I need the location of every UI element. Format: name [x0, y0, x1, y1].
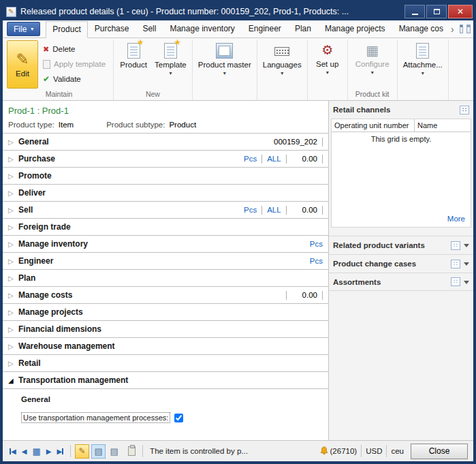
caret-down-icon: ▾ [326, 70, 329, 76]
delete-button[interactable]: ✖ Delete [41, 42, 111, 56]
chevron-down-icon[interactable] [464, 262, 469, 268]
tab-sell[interactable]: Sell [136, 20, 163, 37]
validate-button[interactable]: ✔ Validate [41, 72, 111, 86]
list-view-toggle[interactable]: ▤ [107, 444, 121, 459]
tab-plan[interactable]: Plan [288, 20, 318, 37]
factbox-menu-icon[interactable]: ∷ [451, 277, 460, 286]
content-pane: Prod-1 : Prod-1 Product type: Item Produ… [3, 101, 329, 440]
set-up-button[interactable]: ⚙ Set up ▾ [310, 40, 345, 76]
group-label-new: New [116, 90, 190, 99]
status-bar: ◀ ◀ ▦ ▶ ▶ ✎ ▤ ▤ The item is controlled b… [3, 440, 473, 461]
fasttab-label: Engineer [18, 256, 53, 266]
fasttab-promote[interactable]: ▷Promote [3, 168, 328, 185]
fasttab-plan[interactable]: ▷Plan [3, 270, 328, 287]
alerts-count[interactable]: (26710) [330, 447, 358, 455]
summary-link[interactable]: ALL [267, 206, 281, 214]
product-button[interactable]: Product [116, 40, 151, 69]
grid-empty-message: This grid is empty. [332, 132, 471, 144]
last-record-button[interactable]: ▶ [54, 448, 66, 455]
tab-manage-inventory[interactable]: Manage inventory [163, 20, 241, 37]
factbox-menu-icon[interactable]: ∷ [451, 260, 460, 268]
tab-manage-projects[interactable]: Manage projects [318, 20, 392, 37]
window-layout-icon[interactable] [460, 25, 464, 33]
more-link[interactable]: More [447, 215, 465, 223]
fasttab-label: Transportation management [18, 375, 128, 385]
fasttab-financial-dimensions[interactable]: ▷Financial dimensions [3, 321, 328, 338]
factbox-related-product-variants[interactable]: Related product variants∷ [329, 236, 473, 254]
summary-link[interactable]: ALL [267, 155, 281, 163]
caret-down-icon: ▾ [371, 70, 374, 76]
more-row: More [332, 213, 471, 227]
set-up-label: Set up [316, 60, 338, 68]
fasttab-general[interactable]: ▷General000159_202 [3, 134, 328, 151]
attachments-button[interactable]: Attachme... ▾ [400, 40, 446, 76]
previous-record-button[interactable]: ◀ [19, 448, 30, 455]
product-type-label: Product type: [8, 121, 54, 129]
edit-mode-button[interactable]: ✎ [75, 444, 89, 459]
template-button[interactable]: Template ▾ [151, 40, 190, 76]
file-menu-button[interactable]: File ▾ [7, 22, 40, 36]
transport-checkbox[interactable] [174, 414, 183, 422]
field-divider [322, 155, 323, 164]
summary-link[interactable]: Pcs [310, 240, 323, 248]
summary-value: 0.00 [302, 206, 317, 214]
summary-link[interactable]: Pcs [244, 206, 257, 214]
configure-button[interactable]: ▦ Configure ▾ [350, 40, 395, 76]
fasttab-label: Manage projects [18, 307, 83, 317]
fasttab-engineer[interactable]: ▷EngineerPcs [3, 253, 328, 270]
maximize-button[interactable] [426, 5, 447, 18]
column-header-operating-unit-number[interactable]: Operating unit number [332, 119, 415, 132]
fasttab-label: Manage costs [18, 290, 72, 300]
close-window-button[interactable]: ✕ [448, 5, 473, 18]
company-indicator[interactable]: ceu [391, 447, 404, 455]
caret-down-icon: ▾ [223, 71, 226, 76]
status-message: The item is controlled by p... [150, 447, 248, 455]
fasttab-foreign-trade[interactable]: ▷Foreign trade [3, 219, 328, 236]
validate-check-icon: ✔ [43, 74, 50, 84]
summary-link[interactable]: Pcs [310, 257, 323, 265]
grid-view-button[interactable]: ▦ [29, 446, 43, 457]
factbox-product-change-cases[interactable]: Product change cases∷ [329, 254, 473, 273]
tab-purchase[interactable]: Purchase [88, 20, 136, 37]
fasttab-warehouse-management[interactable]: ▷Warehouse management [3, 338, 328, 355]
field-divider [286, 291, 287, 300]
languages-button[interactable]: Languages ▾ [259, 40, 305, 76]
fasttab-purchase[interactable]: ▷PurchasePcsALL0.00 [3, 151, 328, 168]
fasttab-manage-costs[interactable]: ▷Manage costs0.00 [3, 287, 328, 304]
fasttab-transportation-management[interactable]: ◢Transportation management [3, 372, 328, 389]
factbox-assortments[interactable]: Assortments∷ [329, 273, 473, 291]
first-record-button[interactable]: ◀ [7, 448, 19, 455]
close-form-button[interactable]: Close [411, 444, 468, 459]
workspace-icon[interactable] [466, 25, 471, 33]
paste-icon[interactable] [128, 446, 136, 456]
alerts-bell-icon[interactable] [319, 446, 329, 456]
apply-template-button[interactable]: Apply template [41, 57, 111, 71]
fasttab-manage-inventory[interactable]: ▷Manage inventoryPcs [3, 236, 328, 253]
minimize-button[interactable] [404, 5, 425, 18]
chevron-down-icon[interactable] [464, 281, 469, 287]
factbox-menu-icon[interactable]: ∷ [451, 241, 460, 250]
column-header-name[interactable]: Name [415, 119, 471, 132]
tab-product[interactable]: Product [46, 21, 87, 38]
summary-link[interactable]: Pcs [244, 155, 257, 163]
group-label-maintain: Maintain [7, 90, 111, 99]
tab-manage-cos[interactable]: Manage cos [392, 20, 450, 37]
fasttab-retail[interactable]: ▷Retail [3, 355, 328, 372]
factbox-retail-channels-header[interactable]: Retail channels ∷ [329, 101, 473, 119]
product-master-button[interactable]: Product master ▾ [195, 40, 255, 76]
tab-engineer[interactable]: Engineer [242, 20, 288, 37]
factbox-menu-icon[interactable]: ∷ [460, 106, 469, 114]
fasttab-deliver[interactable]: ▷Deliver [3, 185, 328, 202]
chevron-down-icon[interactable] [464, 244, 469, 250]
fasttab-manage-projects[interactable]: ▷Manage projects [3, 304, 328, 321]
details-view-toggle[interactable]: ▤ [91, 444, 106, 459]
expand-arrow-icon: ▷ [8, 292, 18, 299]
edit-button[interactable]: ✎ Edit [7, 40, 38, 89]
ribbon-overflow-icon[interactable]: › [449, 24, 456, 35]
fasttab-summary: 0.00 [286, 291, 323, 300]
fasttab-sell[interactable]: ▷SellPcsALL0.00 [3, 202, 328, 219]
transportation-detail: General Use transportation management pr… [3, 389, 328, 430]
statusbar-separator [70, 445, 71, 457]
next-record-button[interactable]: ▶ [44, 448, 54, 455]
expand-arrow-icon: ▷ [8, 309, 18, 316]
